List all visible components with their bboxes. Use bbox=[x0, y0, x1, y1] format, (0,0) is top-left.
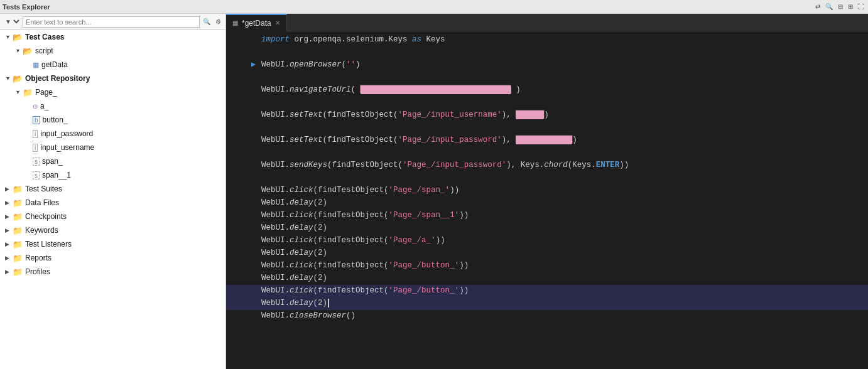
maximize-icon[interactable]: ⛶ bbox=[857, 3, 865, 11]
chevron-icon: ▼ bbox=[15, 89, 21, 95]
code-line: WebUI.sendKeys(findTestObject('Page_/inp… bbox=[226, 159, 868, 172]
tab-label: *getData bbox=[242, 19, 271, 28]
code-line: WebUI.click(findTestObject('Page_/span__… bbox=[226, 210, 868, 222]
chevron-icon: ▶ bbox=[5, 186, 11, 192]
code-line bbox=[226, 72, 868, 84]
sidebar-item-keywords[interactable]: ▶ 📁 Keywords bbox=[0, 223, 225, 237]
code-text: WebUI.click(findTestObject('Page_/span_'… bbox=[261, 184, 868, 196]
code-text: WebUI.setText(findTestObject('Page_/inpu… bbox=[261, 109, 868, 121]
code-line: WebUI.delay(2) bbox=[226, 197, 868, 210]
code-text bbox=[261, 172, 868, 184]
tab-getData[interactable]: ▦ *getData ✕ bbox=[226, 14, 287, 31]
sidebar-item-input-password[interactable]: i input_password bbox=[0, 127, 225, 141]
chevron-icon: ▼ bbox=[5, 75, 11, 82]
sidebar-item-a_[interactable]: ⊙ a_ bbox=[0, 99, 225, 113]
top-bar: Tests Explorer ⇄ 🔍 ⊟ ⊞ ⛶ bbox=[0, 0, 868, 14]
tree-label: span_ bbox=[42, 157, 63, 166]
code-text bbox=[261, 72, 868, 83]
sidebar-item-getData[interactable]: ▦ getData bbox=[0, 58, 225, 72]
sidebar-item-test-listeners[interactable]: ▶ 📁 Test Listeners bbox=[0, 237, 225, 251]
code-editor[interactable]: import org.openqa.selenium.Keys as Keys … bbox=[226, 31, 868, 369]
search-submit[interactable]: 🔍 bbox=[201, 18, 212, 26]
search-advanced[interactable]: ⚙ bbox=[214, 18, 223, 26]
tree-label: getData bbox=[41, 60, 68, 69]
code-line: WebUI.closeBrowser() bbox=[226, 310, 868, 323]
code-line bbox=[226, 172, 868, 184]
collapse-icon[interactable]: ⊟ bbox=[837, 3, 844, 11]
code-text: WebUI.closeBrowser() bbox=[261, 310, 868, 322]
search-icon[interactable]: 🔍 bbox=[824, 3, 834, 11]
tree-label: Data Files bbox=[25, 198, 59, 207]
code-text: WebUI.click(findTestObject('Page_/button… bbox=[261, 285, 868, 297]
tree-label: Test Cases bbox=[25, 33, 64, 41]
sidebar-item-input-username[interactable]: i input_username bbox=[0, 141, 225, 154]
folder-icon: 📁 bbox=[13, 240, 23, 249]
panel-title: Tests Explorer bbox=[3, 3, 811, 11]
search-input[interactable] bbox=[23, 16, 200, 28]
code-line: WebUI.delay(2) bbox=[226, 297, 868, 310]
tree-label: button_ bbox=[43, 115, 68, 124]
code-line: ▶ WebUI.openBrowser('') bbox=[226, 59, 868, 72]
code-text: WebUI.setText(findTestObject('Page_/inpu… bbox=[261, 134, 868, 146]
sidebar-item-script[interactable]: ▼ 📂 script bbox=[0, 44, 225, 58]
folder-open-icon: 📂 bbox=[23, 46, 33, 56]
chevron-icon: ▶ bbox=[5, 227, 11, 233]
tree-label: Test Listeners bbox=[25, 240, 72, 249]
code-text: WebUI.delay(2) bbox=[261, 197, 868, 209]
code-text: WebUI.sendKeys(findTestObject('Page_/inp… bbox=[261, 159, 868, 171]
chevron-icon: ▶ bbox=[5, 241, 11, 247]
tree-label: script bbox=[35, 46, 53, 55]
sidebar-item-object-repository[interactable]: ▼ 📂 Object Repository bbox=[0, 72, 225, 85]
left-panel: ▼ 🔍 ⚙ ▼ 📂 Test Cases ▼ 📂 script ▦ getDat… bbox=[0, 14, 226, 369]
link-icon: ⊙ bbox=[33, 103, 38, 110]
folder-open-icon: 📂 bbox=[13, 74, 23, 83]
folder-icon: 📁 bbox=[13, 212, 23, 222]
code-text: WebUI.delay(2) bbox=[261, 297, 868, 309]
code-text bbox=[261, 46, 868, 58]
code-line: WebUI.delay(2) bbox=[226, 222, 868, 235]
tree-label: span__1 bbox=[42, 171, 71, 179]
tree-label: Page_ bbox=[35, 88, 57, 97]
tab-icon: ▦ bbox=[232, 19, 238, 26]
code-line bbox=[226, 122, 868, 134]
input-icon: i bbox=[33, 144, 38, 152]
search-dropdown[interactable]: ▼ bbox=[3, 18, 21, 26]
sidebar-item-test-cases[interactable]: ▼ 📂 Test Cases bbox=[0, 30, 225, 44]
tree-label: input_username bbox=[40, 143, 94, 152]
code-line: WebUI.delay(2) bbox=[226, 272, 868, 285]
sidebar-item-profiles[interactable]: ▶ 📁 Profiles bbox=[0, 265, 225, 279]
code-text: WebUI.delay(2) bbox=[261, 272, 868, 284]
code-line bbox=[226, 46, 868, 59]
sidebar-item-page[interactable]: ▼ 📁 Page_ bbox=[0, 85, 225, 99]
code-line: WebUI.setText(findTestObject('Page_/inpu… bbox=[226, 134, 868, 147]
sidebar-item-button_[interactable]: b button_ bbox=[0, 113, 225, 127]
chevron-icon: ▼ bbox=[15, 48, 21, 54]
sidebar-item-checkpoints[interactable]: ▶ 📁 Checkpoints bbox=[0, 210, 225, 223]
line-arrow: ▶ bbox=[251, 59, 261, 71]
code-line: WebUI.click(findTestObject('Page_/span_'… bbox=[226, 184, 868, 197]
sidebar-item-test-suites[interactable]: ▶ 📁 Test Suites bbox=[0, 182, 225, 196]
code-line: WebUI.setText(findTestObject('Page_/inpu… bbox=[226, 109, 868, 122]
tree-label: Reports bbox=[25, 254, 52, 262]
folder-icon: 📁 bbox=[13, 184, 23, 194]
sidebar-item-span_[interactable]: s span_ bbox=[0, 154, 225, 168]
chevron-icon: ▶ bbox=[5, 200, 11, 206]
tree-label: Profiles bbox=[25, 267, 50, 276]
file-icon: ▦ bbox=[33, 61, 39, 69]
chevron-icon: ▶ bbox=[5, 213, 11, 220]
sync-icon[interactable]: ⇄ bbox=[814, 3, 822, 11]
code-text: WebUI.delay(2) bbox=[261, 247, 868, 259]
expand-icon[interactable]: ⊞ bbox=[847, 3, 854, 11]
sidebar-item-span__1[interactable]: s span__1 bbox=[0, 168, 225, 182]
chevron-icon: ▶ bbox=[5, 255, 11, 261]
input-icon: i bbox=[33, 130, 38, 138]
sidebar-item-reports[interactable]: ▶ 📁 Reports bbox=[0, 251, 225, 265]
tab-close-icon[interactable]: ✕ bbox=[275, 19, 280, 26]
code-text: WebUI.click(findTestObject('Page_/a_')) bbox=[261, 235, 868, 247]
tree-label: Object Repository bbox=[25, 74, 90, 83]
code-text bbox=[261, 147, 868, 159]
code-line: WebUI.click(findTestObject('Page_/button… bbox=[226, 260, 868, 272]
code-text: WebUI.navigateToUrl( ███████████████████… bbox=[261, 84, 868, 96]
search-bar: ▼ 🔍 ⚙ bbox=[0, 14, 225, 30]
sidebar-item-data-files[interactable]: ▶ 📁 Data Files bbox=[0, 196, 225, 210]
